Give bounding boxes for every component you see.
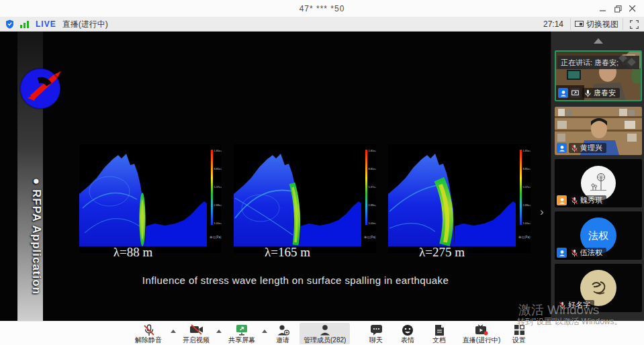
slide-caption: Influence of stress wave length on surfa… [40,275,551,286]
participant-tile-3[interactable]: 魏秀琪 [555,159,642,207]
participant-name-chip: 黄理兴 [569,143,606,153]
shared-screen-area: ● RFPA Application 1.85e+007 8.85e+006 [0,32,551,321]
unmute-options-caret[interactable] [171,330,176,333]
share-options-caret[interactable] [262,330,267,333]
share-screen-icon [235,324,248,336]
svg-text:单位(Pa): 单位(Pa) [210,236,222,239]
close-button[interactable] [627,3,639,14]
svg-text:2.88e+006: 2.88e+006 [214,203,222,207]
fullscreen-icon[interactable] [630,20,639,29]
svg-text:2.88e+006: 2.88e+006 [523,203,531,207]
svg-text:1.85e+007: 1.85e+007 [523,149,531,152]
svg-text:8.85e+006: 8.85e+006 [369,167,377,170]
simulation-panel-1: 1.85e+007 8.85e+006 5.37e+006 2.88e+006 … [79,144,222,253]
emoji-smiley-icon [402,324,414,336]
participant-name-chip: 伍法权 [569,248,606,258]
panel-label-1: λ=88 m [83,245,183,260]
title-bar: 47* *** *50 [0,0,644,17]
meeting-timer: 27:14 [543,19,563,29]
slide-vertical-title: ● RFPA Application [17,178,43,321]
simulation-plot-2: 1.85e+007 8.85e+006 5.37e+006 2.88e+006 … [234,144,376,253]
panel-label-2: λ=165 m [237,245,338,260]
svg-text:1.00e+005: 1.00e+005 [214,221,222,225]
mic-muted-icon [142,324,155,336]
svg-text:5.37e+006: 5.37e+006 [214,185,222,189]
invite-button[interactable]: 邀请 [271,323,294,344]
panel-label-3: λ=275 m [392,245,492,260]
svg-text:8.85e+006: 8.85e+006 [214,167,222,170]
participants-sidebar: 正在讲话: 唐春安; 唐春安 [551,32,644,321]
participant-role-icon [557,195,567,205]
share-screen-button[interactable]: 共享屏幕 [224,323,259,344]
switch-view-icon [575,21,584,28]
calligraphy-avatar-icon [587,277,610,299]
status-bar: LIVE 直播(进行中) 27:14 切换视图 [0,17,644,32]
svg-text:1.85e+007: 1.85e+007 [369,149,377,152]
svg-text:1.00e+005: 1.00e+005 [369,221,377,225]
live-badge: LIVE [36,19,56,29]
document-icon [434,324,445,336]
video-options-caret[interactable] [216,330,222,333]
mic-muted-icon [571,144,578,152]
signal-strength-icon [20,20,30,28]
members-icon [320,324,330,336]
switch-view-button[interactable]: 切换视图 [570,18,623,30]
participant-role-icon [557,143,567,153]
participant-name-chip: 唐春安 [582,88,620,98]
shield-icon [5,19,14,29]
svg-text:1.85e+007: 1.85e+007 [214,149,222,152]
start-video-button[interactable]: 开启视频 [179,323,214,344]
unmute-button[interactable]: 解除静音 [129,323,168,344]
participant-tile-2[interactable]: 黄理兴 [555,107,642,155]
participant-name-chip: 魏秀琪 [569,195,606,205]
rfpa-logo [18,64,62,111]
chat-button[interactable]: 聊天 [365,323,387,344]
windows-activation-watermark-line2: 转到"设置"以激活 Windows。 [517,316,623,328]
screen-share-indicator-icon [570,88,580,98]
svg-text:单位(Pa): 单位(Pa) [518,236,531,239]
meeting-window: 47* *** *50 LIVE 直播(进行中) 27:14 切换视图 [0,0,644,345]
simulation-panel-2: 1.85e+007 8.85e+006 5.37e+006 2.88e+006 … [234,144,376,253]
chat-bubble-icon [370,324,383,336]
svg-text:5.37e+006: 5.37e+006 [523,185,531,189]
emoji-button[interactable]: 表情 [396,323,419,344]
participant-tile-4[interactable]: 法权 伍法权 [555,211,642,260]
invite-person-icon [277,324,289,336]
svg-text:8.85e+006: 8.85e+006 [523,167,531,170]
minimize-button[interactable] [597,3,609,14]
svg-text:2.88e+006: 2.88e+006 [369,203,377,207]
restore-button[interactable] [612,3,624,14]
docs-button[interactable]: 文档 [428,323,451,344]
svg-text:5.37e+006: 5.37e+006 [369,185,377,189]
simulation-panel-3: 1.85e+007 8.85e+006 5.37e+006 2.88e+006 … [388,144,531,253]
manage-members-button[interactable]: 管理成员(282) [300,323,350,344]
svg-text:单位(Pa): 单位(Pa) [364,236,376,239]
camera-off-icon [189,324,203,335]
dandelion-sketch-icon [586,171,610,195]
participant-tile-1[interactable]: 正在讲话: 唐春安; 唐春安 [555,50,642,101]
mic-muted-icon [571,249,578,257]
simulation-plot-1: 1.85e+007 8.85e+006 5.37e+006 2.88e+006 … [79,144,222,253]
window-title: 47* *** *50 [0,4,644,13]
simulation-plot-3: 1.85e+007 8.85e+006 5.37e+006 2.88e+006 … [388,144,531,253]
mic-muted-icon [571,197,578,205]
scroll-up-arrow[interactable] [594,38,603,44]
participant-role-icon [557,248,567,258]
collapse-sidebar-chevron-icon[interactable]: › [540,206,544,217]
mic-on-icon [584,89,592,97]
live-broadcast-icon [475,324,488,336]
participant-role-icon [558,88,568,98]
svg-text:1.00e+005: 1.00e+005 [523,221,531,225]
live-status-text: 直播(进行中) [62,19,108,30]
live-stream-button[interactable]: 直播(进行中) [459,323,504,344]
